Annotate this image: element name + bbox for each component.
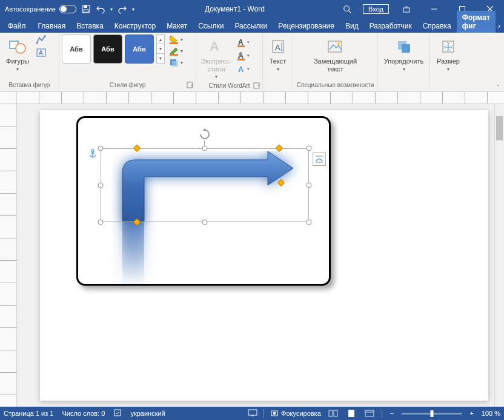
ribbon-tabs: Файл Главная Вставка Конструктор Макет С… — [0, 18, 504, 33]
focus-mode-button[interactable]: Фокусировка — [270, 410, 321, 417]
tab-layout[interactable]: Макет — [161, 19, 193, 33]
express-styles-button: A Экспресс-стили ▾ — [199, 34, 234, 80]
search-button[interactable] — [335, 0, 359, 18]
svg-text:A: A — [210, 39, 219, 54]
svg-rect-17 — [170, 54, 178, 56]
layout-options-button[interactable] — [313, 153, 326, 166]
alt-text-button[interactable]: Замещающий текст — [311, 34, 360, 74]
tabs-overflow-icon[interactable]: › — [496, 19, 503, 33]
svg-rect-46 — [329, 410, 333, 416]
dialog-launcher-icon[interactable] — [186, 82, 194, 90]
undo-button[interactable] — [96, 4, 105, 14]
resize-handle-e[interactable] — [307, 183, 312, 188]
zoom-slider[interactable] — [402, 413, 462, 415]
shape-effects-button[interactable]: ▾ — [168, 57, 183, 67]
zoom-level[interactable]: 100 % — [482, 410, 500, 417]
text-icon: A — [271, 36, 285, 57]
edit-shape-button[interactable] — [35, 34, 47, 45]
gallery-more-icon[interactable]: ▼ — [156, 54, 165, 64]
svg-point-31 — [337, 42, 340, 45]
tab-help[interactable]: Справка — [417, 19, 457, 33]
text-direction-button[interactable]: A Текст ▾ — [265, 34, 290, 73]
text-outline-button[interactable]: A▾ — [236, 50, 250, 62]
express-styles-label: Экспресс-стили — [200, 57, 233, 73]
svg-rect-47 — [334, 410, 337, 416]
gallery-up-icon[interactable]: ▲ — [156, 34, 165, 44]
tab-developer[interactable]: Разработчик — [364, 19, 417, 33]
tab-home[interactable]: Главная — [33, 19, 71, 33]
tab-design[interactable]: Конструктор — [109, 19, 161, 33]
undo-dropdown-icon[interactable]: ▾ — [110, 7, 113, 12]
save-button[interactable] — [81, 4, 91, 14]
tab-insert[interactable]: Вставка — [71, 19, 109, 33]
alt-text-label: Замещающий текст — [313, 57, 359, 73]
resize-handle-s[interactable] — [202, 220, 208, 225]
arrange-label: Упорядочить — [384, 57, 423, 65]
tab-mailings[interactable]: Рассылки — [229, 19, 273, 33]
resize-handle-nw[interactable] — [98, 146, 104, 151]
svg-text:A: A — [39, 50, 43, 56]
resize-handle-n[interactable] — [202, 146, 208, 151]
resize-handle-ne[interactable] — [307, 146, 312, 151]
display-settings-icon[interactable] — [248, 409, 257, 418]
ruler-horizontal[interactable] — [0, 92, 504, 104]
gallery-down-icon[interactable]: ▼ — [156, 44, 165, 54]
sign-in-button[interactable]: Вход — [363, 4, 389, 14]
zoom-out-button[interactable]: − — [388, 410, 396, 417]
shape-style-3[interactable]: Абв — [125, 34, 154, 64]
title-bar: Автосохранение ▾ ▾ Документ1 - Word Вход — [0, 0, 504, 18]
svg-rect-1 — [84, 5, 87, 8]
zoom-in-button[interactable]: + — [468, 410, 476, 417]
rotation-handle[interactable] — [199, 128, 211, 140]
resize-handle-w[interactable] — [98, 183, 104, 188]
size-icon — [440, 36, 456, 57]
tab-review[interactable]: Рецензирование — [273, 19, 340, 33]
svg-point-3 — [344, 6, 350, 11]
collapse-ribbon-button[interactable]: ˄ — [493, 83, 503, 91]
vertical-scrollbar[interactable] — [494, 104, 504, 407]
svg-text:A: A — [238, 38, 244, 47]
svg-rect-48 — [348, 410, 354, 417]
shape-style-1[interactable]: Абв — [62, 34, 91, 64]
autosave-switch-icon — [59, 5, 76, 13]
arrange-icon — [396, 36, 413, 57]
window-title: Документ1 - Word — [134, 5, 335, 13]
shape-fill-button[interactable]: ▾ — [168, 34, 183, 44]
print-layout-button[interactable] — [345, 409, 357, 418]
svg-point-35 — [91, 149, 94, 152]
text-fill-button[interactable]: A▾ — [236, 36, 250, 48]
read-mode-button[interactable] — [327, 409, 339, 418]
dialog-launcher-icon[interactable] — [253, 82, 261, 91]
tab-references[interactable]: Ссылки — [193, 19, 229, 33]
size-button[interactable]: Размер ▾ — [433, 34, 464, 73]
shapes-button[interactable]: Фигуры ▾ — [2, 34, 33, 73]
tab-shape-format[interactable]: Формат фиг — [457, 11, 496, 33]
spellcheck-icon[interactable] — [113, 409, 122, 418]
document-pane[interactable] — [17, 104, 504, 407]
status-word-count[interactable]: Число слов: 0 — [62, 410, 105, 417]
resize-handle-sw[interactable] — [98, 220, 104, 225]
text-box-button[interactable]: A — [35, 47, 47, 58]
tab-file[interactable]: Файл — [1, 19, 33, 33]
resize-handle-se[interactable] — [307, 220, 312, 225]
style-gallery-scroll[interactable]: ▲ ▼ ▼ — [156, 34, 165, 64]
page[interactable] — [40, 110, 488, 401]
status-language[interactable]: украинский — [130, 410, 165, 417]
shape-style-2[interactable]: Абв — [93, 34, 122, 64]
ribbon-display-options-button[interactable] — [393, 0, 420, 18]
arrange-button[interactable]: Упорядочить ▾ — [381, 34, 427, 73]
minimize-button[interactable] — [420, 0, 448, 18]
redo-button[interactable] — [118, 4, 127, 14]
ruler-vertical[interactable] — [0, 104, 17, 407]
svg-rect-5 — [403, 8, 409, 12]
group-insert-shapes-label: Вставка фигур — [0, 82, 59, 91]
autosave-label: Автосохранение — [5, 5, 56, 13]
text-effects-button[interactable]: A▾ — [236, 63, 250, 75]
group-accessibility-label: Специальные возможности — [293, 82, 377, 91]
web-layout-button[interactable] — [363, 409, 376, 418]
shape-outline-button[interactable]: ▾ — [168, 46, 183, 56]
autosave-toggle[interactable]: Автосохранение — [5, 5, 76, 13]
status-page[interactable]: Страница 1 из 1 — [4, 410, 53, 417]
svg-rect-33 — [402, 44, 410, 53]
tab-view[interactable]: Вид — [340, 19, 364, 33]
